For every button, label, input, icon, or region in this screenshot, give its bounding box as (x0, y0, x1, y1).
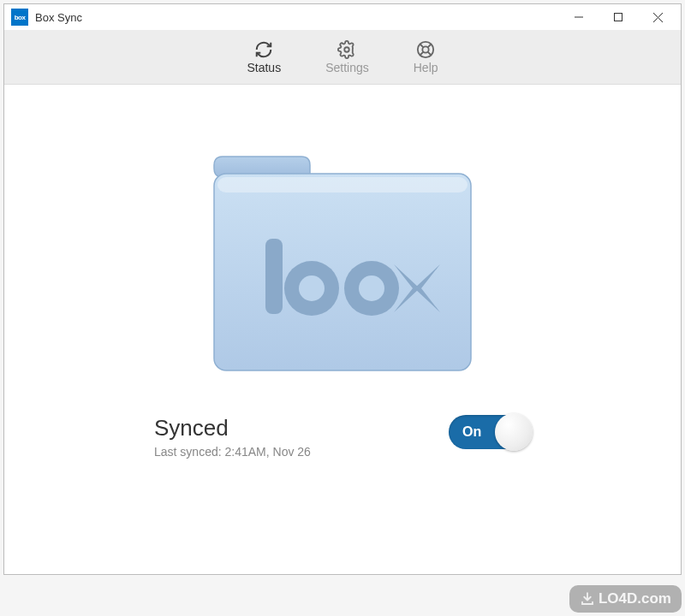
svg-point-15 (299, 275, 325, 301)
titlebar: box Box Sync (4, 4, 681, 30)
minimize-icon (575, 13, 583, 21)
svg-rect-13 (265, 239, 283, 314)
content-area: Synced Last synced: 2:41AM, Nov 26 On (4, 85, 681, 574)
tab-settings[interactable]: Settings (325, 40, 369, 74)
watermark: LO4D.com (569, 585, 682, 613)
close-button[interactable] (638, 4, 677, 30)
gear-icon (337, 40, 356, 59)
tab-settings-label: Settings (325, 61, 369, 74)
folder-icon (197, 136, 488, 376)
tab-help-label: Help (414, 61, 438, 74)
svg-rect-12 (217, 177, 468, 192)
download-icon (580, 591, 595, 607)
window-controls (559, 4, 677, 30)
watermark-text: LO4D.com (599, 590, 671, 607)
sync-toggle-knob (495, 413, 533, 451)
svg-line-8 (428, 51, 432, 55)
lifebuoy-icon (416, 40, 435, 59)
svg-line-9 (428, 44, 432, 47)
toolbar: Status Settings Help (4, 30, 681, 85)
status-text-column: Synced Last synced: 2:41AM, Nov 26 (154, 415, 311, 459)
app-icon-text: box (15, 14, 26, 21)
tab-status[interactable]: Status (247, 40, 281, 74)
svg-point-17 (359, 275, 384, 301)
last-synced-label: Last synced: 2:41AM, Nov 26 (154, 445, 311, 459)
sync-toggle[interactable]: On (449, 415, 531, 449)
app-window: box Box Sync Status (3, 3, 682, 575)
svg-point-6 (422, 46, 428, 52)
close-icon (653, 13, 663, 22)
sync-toggle-label: On (462, 424, 481, 440)
box-folder-illustration (197, 136, 488, 379)
svg-point-4 (345, 47, 350, 52)
sync-icon (254, 40, 273, 59)
tab-status-label: Status (247, 61, 281, 74)
svg-line-7 (420, 44, 424, 47)
tab-help[interactable]: Help (414, 40, 438, 74)
status-row: Synced Last synced: 2:41AM, Nov 26 On (154, 415, 531, 459)
sync-status-title: Synced (154, 415, 311, 441)
maximize-button[interactable] (599, 4, 638, 30)
maximize-icon (614, 13, 622, 21)
svg-line-10 (420, 51, 424, 55)
app-icon: box (11, 9, 28, 26)
svg-rect-1 (615, 14, 622, 21)
window-title: Box Sync (35, 11, 559, 24)
minimize-button[interactable] (559, 4, 599, 30)
